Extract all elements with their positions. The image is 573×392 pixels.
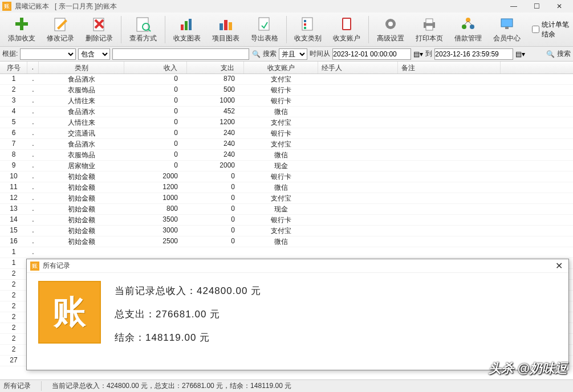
category-button[interactable]: 收支类别	[290, 14, 326, 46]
account-button[interactable]: 收支账户	[328, 14, 365, 46]
chart-income-button[interactable]: 收支图表	[169, 14, 205, 46]
calendar-icon[interactable]: ▤▾	[413, 50, 423, 58]
close-button[interactable]: ✕	[548, 1, 571, 12]
table-row[interactable]: 15.初始金额30000支付宝	[0, 226, 573, 236]
svg-point-25	[466, 18, 470, 22]
summary-income: 当前记录总收入：424800.00 元	[115, 284, 261, 297]
date-from-input[interactable]	[332, 48, 411, 60]
svg-rect-30	[501, 19, 513, 27]
settings-button[interactable]: 高级设置	[372, 14, 409, 46]
table-header: 序号 . 类别 收入 支出 收支账户 经手人 备注	[0, 62, 573, 74]
printer-icon	[421, 15, 438, 32]
stat-checkbox-input[interactable]	[532, 26, 539, 33]
watermark: 头杀 @奶味逗	[489, 360, 567, 377]
to-label: 到	[425, 49, 432, 59]
dialog-titlebar: 账 所有记录 ✕	[27, 259, 568, 273]
window-title: 晨曦记账本 [ 亲一口月亮 ]的账本	[15, 2, 117, 11]
app-icon: 账	[2, 2, 11, 11]
svg-rect-24	[426, 26, 433, 30]
svg-rect-9	[189, 19, 192, 30]
dialog-title: 所有记录	[43, 261, 70, 271]
svg-rect-16	[304, 23, 306, 26]
summary-expense: 总支出：276681.00 元	[115, 308, 261, 321]
maximize-button[interactable]: ☐	[525, 1, 548, 12]
list-check-icon	[299, 15, 316, 32]
col-income[interactable]: 收入	[124, 62, 187, 74]
member-button[interactable]: 会员中心	[489, 14, 525, 46]
date-to-input[interactable]	[434, 48, 513, 60]
table-row[interactable]: 9.居家物业02000现金	[0, 161, 573, 172]
table-row[interactable]: 14.初始金额35000银行卡	[0, 215, 573, 226]
delete-button[interactable]: 删除记录	[81, 14, 117, 46]
dialog-close-button[interactable]: ✕	[553, 260, 565, 271]
edit-icon	[52, 15, 69, 32]
table-row[interactable]: 8.衣服饰品0240微信	[0, 150, 573, 161]
table-row[interactable]: 5.人情往来01200支付宝	[0, 117, 573, 128]
match-select[interactable]: 包含	[78, 48, 110, 60]
search-button[interactable]: 搜索	[557, 49, 571, 59]
search-icon[interactable]: 🔍	[546, 50, 555, 59]
col-seq[interactable]: 序号	[0, 62, 27, 74]
monitor-icon	[498, 15, 515, 32]
summary-balance: 结余：148119.00 元	[115, 331, 261, 344]
add-button[interactable]: 添加收支	[3, 14, 40, 46]
titlebar: 账 晨曦记账本 [ 亲一口月亮 ]的账本 ― ☐ ✕	[0, 0, 573, 13]
basis-select[interactable]	[20, 48, 76, 60]
col-note[interactable]: 备注	[398, 62, 501, 74]
search-input[interactable]	[112, 48, 249, 60]
search-icon[interactable]: 🔍	[251, 50, 261, 59]
table-row[interactable]: 2.衣服饰品0500银行卡	[0, 85, 573, 96]
bar-chart-icon	[178, 15, 196, 32]
print-button[interactable]: 打印本页	[411, 14, 448, 46]
tree-icon	[460, 15, 477, 32]
toolbar: 添加收支 修改记录 删除记录 查看方式 收支图表 项目图表 导出表格 收支类别 …	[0, 13, 573, 47]
svg-line-28	[464, 21, 468, 25]
svg-rect-7	[181, 24, 184, 30]
col-dot[interactable]: .	[27, 62, 39, 74]
svg-rect-14	[302, 18, 312, 30]
table-row[interactable]: 3.人情往来01000银行卡	[0, 96, 573, 107]
time-from-label: 时间从	[310, 49, 330, 59]
status-summary: 当前记录总收入：424800.00 元，总支出：276681.00 元，结余：1…	[52, 381, 291, 391]
svg-rect-10	[220, 23, 223, 30]
summary-big-icon: 账	[38, 281, 101, 344]
stat-checkbox[interactable]: 统计单笔结余	[532, 20, 571, 39]
svg-point-21	[388, 22, 393, 26]
view-button[interactable]: 查看方式	[125, 14, 161, 46]
book-icon	[338, 15, 355, 32]
gear-icon	[382, 15, 399, 32]
chart-project-button[interactable]: 项目图表	[208, 14, 244, 46]
col-account[interactable]: 收支账户	[244, 62, 318, 74]
table-row[interactable]: 12.初始金额10000支付宝	[0, 193, 573, 204]
svg-rect-23	[426, 19, 433, 23]
table-row[interactable]: 13.初始金额8000现金	[0, 204, 573, 215]
col-handler[interactable]: 经手人	[318, 62, 398, 74]
minimize-button[interactable]: ―	[502, 1, 525, 12]
table-row[interactable]: 10.初始金额20000银行卡	[0, 172, 573, 182]
export-icon	[256, 15, 273, 32]
table-row[interactable]: 4.食品酒水0452微信	[0, 107, 573, 117]
col-expense[interactable]: 支出	[187, 62, 244, 74]
svg-line-29	[468, 21, 472, 25]
calendar-icon[interactable]: ▤▾	[515, 50, 525, 58]
table-row[interactable]: 1.	[0, 247, 573, 258]
delete-icon	[91, 15, 108, 32]
svg-rect-12	[229, 22, 232, 30]
edit-button[interactable]: 修改记录	[42, 14, 79, 46]
table-row[interactable]: 1.食品酒水0870支付宝	[0, 74, 573, 85]
table-row[interactable]: 6.交流通讯0240银行卡	[0, 128, 573, 139]
loan-button[interactable]: 借款管理	[450, 14, 486, 46]
col-category[interactable]: 类别	[39, 62, 124, 74]
svg-rect-8	[185, 21, 188, 30]
filter-bar: 根据: 包含 🔍 搜索 并且 时间从 ▤▾ 到 ▤▾ 🔍 搜索	[0, 47, 573, 62]
export-button[interactable]: 导出表格	[246, 14, 283, 46]
statusbar: 所有记录 当前记录总收入：424800.00 元，总支出：276681.00 元…	[0, 379, 573, 392]
search-label[interactable]: 搜索	[263, 49, 277, 59]
table-row[interactable]: 16.初始金额25000微信	[0, 236, 573, 247]
svg-point-27	[470, 24, 474, 29]
table-row[interactable]: 11.初始金额12000微信	[0, 182, 573, 193]
logic-select[interactable]: 并且	[279, 48, 307, 60]
table-row[interactable]: 7.食品酒水0240支付宝	[0, 139, 573, 150]
svg-rect-11	[224, 20, 227, 30]
basis-label: 根据:	[2, 49, 18, 59]
